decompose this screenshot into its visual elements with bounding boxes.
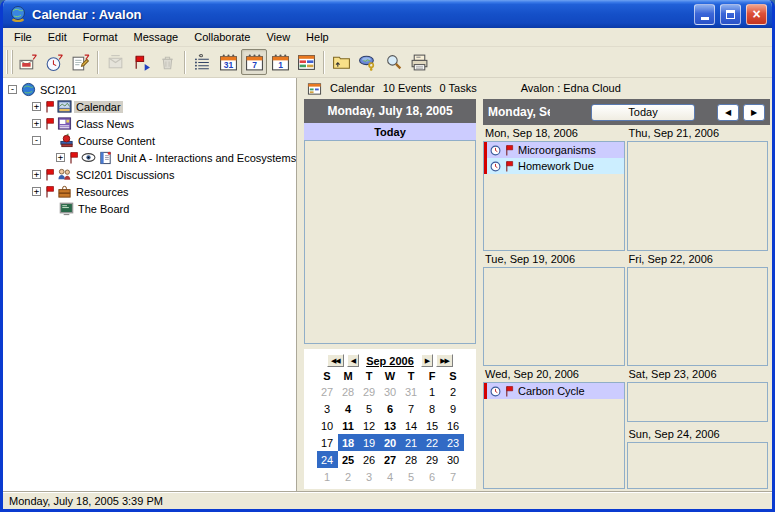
mini-date-cell[interactable]: 23: [443, 434, 464, 451]
mini-date-cell[interactable]: 5: [401, 468, 422, 485]
new-event-button[interactable]: [15, 49, 41, 75]
day-cell-wed-sep-20-2006[interactable]: Carbon Cycle: [483, 382, 625, 489]
mini-date-cell[interactable]: 17: [317, 434, 338, 451]
expand-icon[interactable]: +: [32, 170, 41, 179]
mini-date-cell[interactable]: 25: [338, 451, 359, 468]
next-week-button[interactable]: ▶: [743, 104, 765, 121]
menu-message[interactable]: Message: [126, 29, 187, 46]
mini-date-cell[interactable]: 29: [359, 383, 380, 400]
week-view-button[interactable]: 7: [241, 49, 267, 75]
mini-date-cell[interactable]: 4: [338, 400, 359, 417]
new-task-button[interactable]: [67, 49, 93, 75]
mini-date-cell[interactable]: 26: [359, 451, 380, 468]
multiweek-view-button[interactable]: [293, 49, 319, 75]
mini-date-cell[interactable]: 1: [422, 383, 443, 400]
prev-year-button[interactable]: ◀◀: [327, 354, 344, 367]
day-cell-fri-sep-22-2006[interactable]: [627, 267, 769, 366]
tree-item-calendar[interactable]: +Calendar: [3, 98, 296, 115]
mini-date-cell[interactable]: 7: [443, 468, 464, 485]
tree-item-unit-a-interactions-and-ecosystems[interactable]: +Unit A - Interactions and Ecosystems: [3, 149, 296, 166]
mini-date-cell[interactable]: 1: [317, 468, 338, 485]
mini-date-cell[interactable]: 6: [422, 468, 443, 485]
mini-date-cell[interactable]: 28: [338, 383, 359, 400]
mini-date-cell[interactable]: 6: [380, 400, 401, 417]
event-microorganisms[interactable]: Microorganisms: [484, 142, 624, 158]
tree-item-course-content[interactable]: -Course Content: [3, 132, 296, 149]
mini-date-cell[interactable]: 5: [359, 400, 380, 417]
mini-date-cell[interactable]: 30: [380, 383, 401, 400]
mini-date-cell[interactable]: 15: [422, 417, 443, 434]
mini-date-cell[interactable]: 13: [380, 417, 401, 434]
expand-icon[interactable]: +: [32, 187, 41, 196]
day-panel-body[interactable]: [304, 140, 476, 344]
mini-date-cell[interactable]: 29: [422, 451, 443, 468]
mini-date-cell[interactable]: 11: [338, 417, 359, 434]
day-view-button[interactable]: 1: [267, 49, 293, 75]
mini-date-cell[interactable]: 21: [401, 434, 422, 451]
mini-date-cell[interactable]: 3: [317, 400, 338, 417]
mini-date-cell[interactable]: 18: [338, 434, 359, 451]
day-cell-thu-sep-21-2006[interactable]: [627, 141, 769, 251]
mini-date-cell[interactable]: 9: [443, 400, 464, 417]
day-cell-mon-sep-18-2006[interactable]: MicroorganismsHomework Due: [483, 141, 625, 251]
mini-date-cell[interactable]: 20: [380, 434, 401, 451]
search-button[interactable]: [380, 49, 406, 75]
collapse-icon[interactable]: -: [8, 85, 17, 94]
day-cell-tue-sep-19-2006[interactable]: [483, 267, 625, 366]
tree-item-the-board[interactable]: The Board: [3, 200, 296, 217]
expand-icon[interactable]: +: [56, 153, 65, 162]
mini-date-cell[interactable]: 10: [317, 417, 338, 434]
menu-collaborate[interactable]: Collaborate: [186, 29, 258, 46]
mini-date-cell[interactable]: 27: [380, 451, 401, 468]
day-cell-sun-sep-24-2006[interactable]: [627, 442, 769, 489]
maximize-button[interactable]: [720, 4, 741, 25]
minimize-button[interactable]: [694, 4, 715, 25]
menu-help[interactable]: Help: [298, 29, 337, 46]
menu-file[interactable]: File: [6, 29, 40, 46]
menu-edit[interactable]: Edit: [40, 29, 75, 46]
today-banner[interactable]: Today: [304, 123, 476, 140]
toolbar-grip[interactable]: [6, 50, 8, 74]
mini-date-cell[interactable]: 19: [359, 434, 380, 451]
mini-date-cell[interactable]: 12: [359, 417, 380, 434]
prev-month-button[interactable]: ◀: [347, 354, 359, 367]
next-month-button[interactable]: ▶: [421, 354, 433, 367]
mini-date-cell[interactable]: 27: [317, 383, 338, 400]
new-appointment-button[interactable]: [41, 49, 67, 75]
mini-date-cell[interactable]: 8: [422, 400, 443, 417]
menu-format[interactable]: Format: [75, 29, 126, 46]
event-carbon-cycle[interactable]: Carbon Cycle: [484, 383, 624, 399]
expand-icon[interactable]: +: [32, 102, 41, 111]
previous-week-button[interactable]: ◀: [717, 104, 739, 121]
tree-item-sci201-discussions[interactable]: +SCI201 Discussions: [3, 166, 296, 183]
mini-date-cell[interactable]: 24: [317, 451, 338, 468]
mini-date-cell[interactable]: 22: [422, 434, 443, 451]
list-view-button[interactable]: [189, 49, 215, 75]
mini-date-cell[interactable]: 2: [443, 383, 464, 400]
mini-date-cell[interactable]: 4: [380, 468, 401, 485]
mini-date-cell[interactable]: 28: [401, 451, 422, 468]
permissions-button[interactable]: [354, 49, 380, 75]
expand-icon[interactable]: +: [32, 119, 41, 128]
month-view-button[interactable]: 31: [215, 49, 241, 75]
mini-date-cell[interactable]: 14: [401, 417, 422, 434]
print-button[interactable]: [406, 49, 432, 75]
tree-item-sci201[interactable]: -SCI201: [3, 81, 296, 98]
today-button[interactable]: Today: [591, 104, 695, 121]
mini-date-cell[interactable]: 31: [401, 383, 422, 400]
mini-date-cell[interactable]: 16: [443, 417, 464, 434]
mini-date-cell[interactable]: 7: [401, 400, 422, 417]
mini-date-cell[interactable]: 2: [338, 468, 359, 485]
next-year-button[interactable]: ▶▶: [436, 354, 453, 367]
day-cell-sat-sep-23-2006[interactable]: [627, 382, 769, 422]
tree-item-resources[interactable]: +Resources: [3, 183, 296, 200]
flag-item-button[interactable]: [128, 49, 154, 75]
tree-item-class-news[interactable]: +Class News: [3, 115, 296, 132]
close-button[interactable]: ×: [746, 4, 767, 25]
mini-date-cell[interactable]: 30: [443, 451, 464, 468]
event-homework-due[interactable]: Homework Due: [484, 158, 624, 174]
toolbar-grip[interactable]: [11, 50, 13, 74]
menu-view[interactable]: View: [258, 29, 298, 46]
mini-date-cell[interactable]: 3: [359, 468, 380, 485]
mini-calendar-title[interactable]: Sep 2006: [366, 355, 414, 367]
